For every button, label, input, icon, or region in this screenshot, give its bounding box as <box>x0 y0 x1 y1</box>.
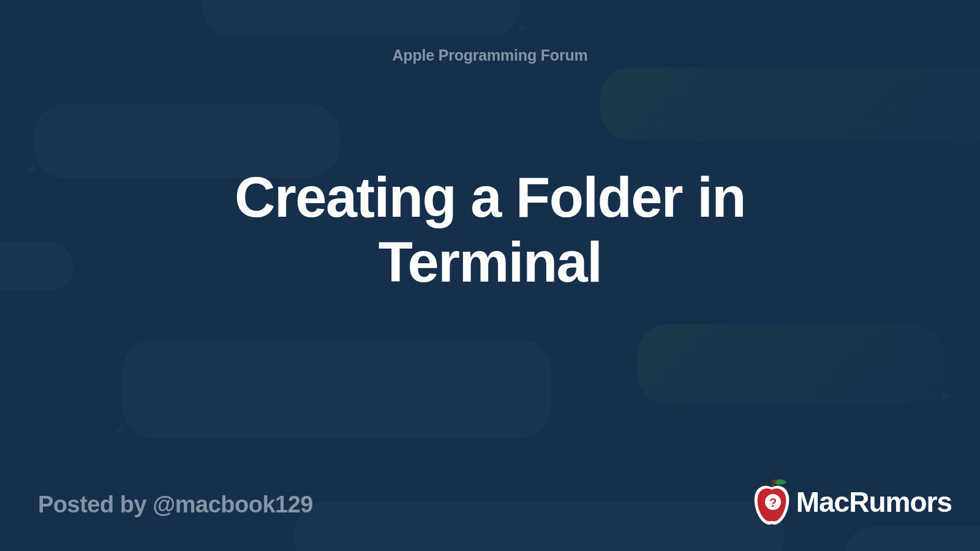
apple-icon: ? <box>751 478 793 527</box>
post-title: Creating a Folder in Terminal <box>123 165 858 295</box>
forum-label: Apple Programming Forum <box>392 47 587 64</box>
svg-text:?: ? <box>769 496 777 509</box>
brand-name: MacRumors <box>796 485 952 519</box>
posted-by-label: Posted by @macbook129 <box>38 492 313 518</box>
brand-logo: ? MacRumors <box>751 478 952 527</box>
